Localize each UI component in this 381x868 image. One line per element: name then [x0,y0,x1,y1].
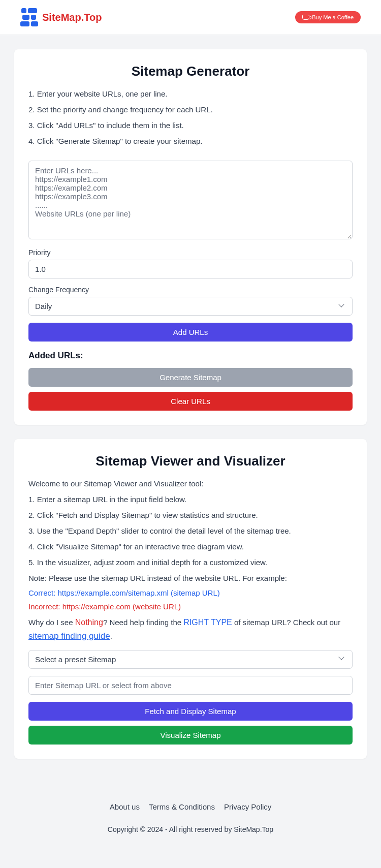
clear-urls-button[interactable]: Clear URLs [28,392,353,411]
generator-instruction: 2. Set the priority and change frequency… [28,104,353,115]
priority-input[interactable] [28,260,353,278]
footer-links: About us Terms & Conditions Privacy Poli… [0,802,381,811]
nothing-highlight: Nothing [75,618,103,627]
viewer-incorrect-example: Incorrect: https://example.com (website … [28,602,353,611]
logo-text: SiteMap.Top [42,12,102,23]
viewer-help-text: Why do I see Nothing? Need help finding … [28,616,353,643]
footer-link-terms[interactable]: Terms & Conditions [149,802,215,811]
fetch-sitemap-button[interactable]: Fetch and Display Sitemap [28,702,353,721]
generate-sitemap-button[interactable]: Generate Sitemap [28,368,353,387]
generator-card: Sitemap Generator 1. Enter your website … [14,49,367,425]
buy-coffee-button[interactable]: Buy Me a Coffee [295,11,361,23]
footer-link-about[interactable]: About us [110,802,140,811]
footer-link-privacy[interactable]: Privacy Policy [224,802,271,811]
footer: About us Terms & Conditions Privacy Poli… [0,787,381,859]
added-urls-heading: Added URLs: [28,351,353,361]
viewer-instruction: 1. Enter a sitemap URL in the input fiel… [28,494,353,505]
viewer-instruction: 5. In the visualizer, adjust zoom and in… [28,557,353,568]
viewer-instruction: 4. Click "Visualize Sitemap" for an inte… [28,541,353,552]
sitemap-guide-link[interactable]: sitemap finding guide [28,631,110,641]
frequency-label: Change Frequency [28,286,353,294]
viewer-title: Sitemap Viewer and Visualizer [28,453,353,469]
viewer-note: Note: Please use the sitemap URL instead… [28,573,353,583]
urls-textarea[interactable] [28,161,353,239]
frequency-select[interactable]: Daily [28,297,353,316]
generator-title: Sitemap Generator [28,64,353,79]
viewer-instruction: 3. Use the "Expand Depth" slider to cont… [28,525,353,536]
generator-instruction: 3. Click "Add URLs" to include them in t… [28,120,353,131]
priority-label: Priority [28,249,353,257]
visualize-sitemap-button[interactable]: Visualize Sitemap [28,726,353,745]
logo[interactable]: SiteMap.Top [20,8,102,26]
header: SiteMap.Top Buy Me a Coffee [0,0,381,35]
viewer-card: Sitemap Viewer and Visualizer Welcome to… [14,439,367,759]
add-urls-button[interactable]: Add URLs [28,323,353,342]
sitemap-url-input[interactable] [28,676,353,695]
copyright-text: Copyright © 2024 - All right reserved by… [0,825,381,833]
viewer-instruction: 2. Click "Fetch and Display Sitemap" to … [28,510,353,520]
viewer-intro: Welcome to our Sitemap Viewer and Visual… [28,478,353,489]
generator-instruction: 1. Enter your website URLs, one per line… [28,88,353,99]
buy-coffee-label: Buy Me a Coffee [312,14,354,20]
coffee-icon [302,15,309,20]
generator-instruction: 4. Click "Generate Sitemap" to create yo… [28,136,353,146]
preset-sitemap-select[interactable]: Select a preset Sitemap [28,650,353,669]
logo-icon [20,8,38,26]
right-type-highlight: RIGHT TYPE [183,618,232,627]
viewer-correct-example: Correct: https://example.com/sitemap.xml… [28,588,353,597]
